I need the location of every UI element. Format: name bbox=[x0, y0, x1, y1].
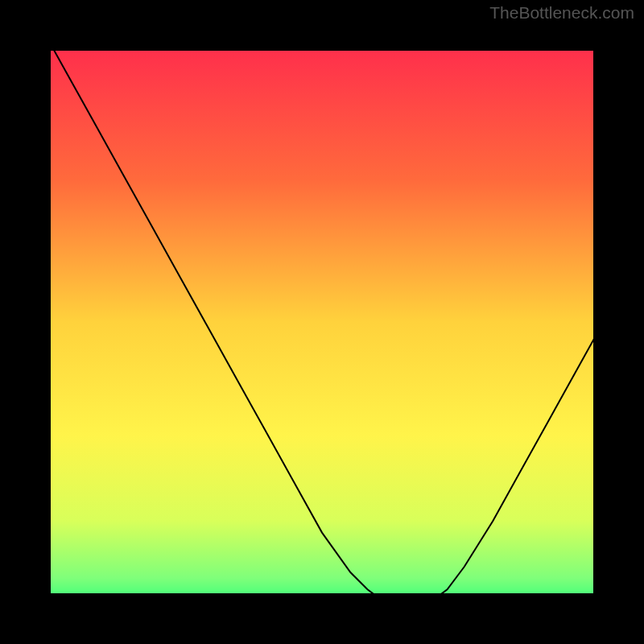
chart-container: TheBottleneck.com bbox=[0, 0, 644, 644]
watermark: TheBottleneck.com bbox=[489, 3, 634, 23]
bottleneck-chart bbox=[0, 0, 644, 644]
plot-background bbox=[38, 38, 607, 607]
